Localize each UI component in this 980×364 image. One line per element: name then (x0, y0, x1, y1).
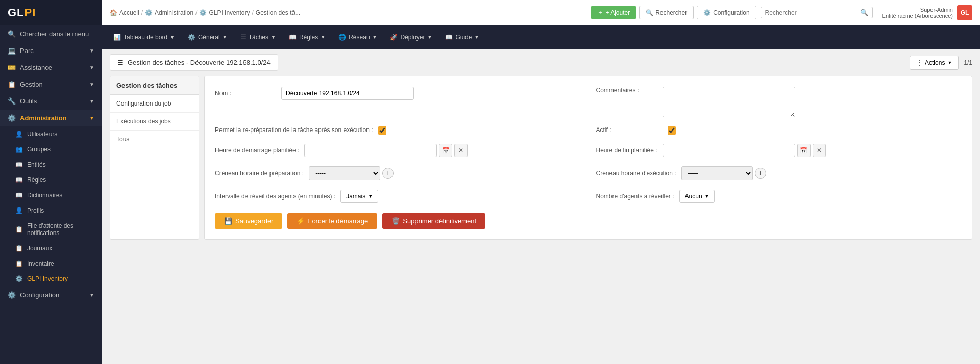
sidebar-item-journaux[interactable]: 📋 Journaux (0, 241, 102, 256)
sidebar-item-gestion[interactable]: 📋 Gestion ▼ (0, 76, 102, 93)
chevron-icon: ▼ (170, 35, 175, 40)
actif-checkbox[interactable] (668, 126, 676, 135)
nom-input[interactable] (281, 87, 414, 100)
nav-general[interactable]: ⚙️ Général ▼ (182, 30, 233, 45)
sidebar-item-groupes[interactable]: 👥 Groupes (0, 142, 102, 157)
user-name: Super-Admin (882, 7, 953, 13)
sidebar-item-search[interactable]: 🔍 Chercher dans le menu (0, 25, 102, 42)
heure-fin-input[interactable] (663, 144, 795, 157)
calendar-btn-end[interactable]: 📅 (797, 144, 811, 157)
sidebar-sub-queue-label: File d'attente des notifications (27, 222, 94, 237)
topbar-actions: ＋ + Ajouter 🔍 Rechercher ⚙️ Configuratio… (591, 6, 756, 19)
breadcrumb-admin[interactable]: Administration (155, 9, 193, 16)
rules-icon: 📖 (289, 34, 297, 41)
topbar: 🏠 Accueil / ⚙️ Administration / ⚙️ GLPI … (102, 0, 980, 25)
sidebar-item-file-attente[interactable]: 📋 File d'attente des notifications (0, 218, 102, 241)
nav-deployer[interactable]: 🚀 Déployer ▼ (384, 30, 438, 45)
glpi-inv-icon: ⚙️ (15, 275, 23, 282)
info-btn-exec[interactable]: i (755, 168, 766, 179)
inv-icon: 📋 (15, 260, 23, 267)
sidebar-item-profils[interactable]: 👤 Profils (0, 203, 102, 218)
nb-agents-dropdown[interactable]: Aucun ▼ (679, 190, 715, 203)
form-panel: Nom : Commentaires : Permet la re-prépar… (204, 76, 972, 240)
reprep-label: Permet la re-préparation de la tâche apr… (215, 126, 373, 134)
sidebar-item-configuration[interactable]: ⚙️ Configuration ▼ (0, 287, 102, 303)
left-nav-header: Gestion des tâches (110, 76, 199, 95)
left-nav-config-job[interactable]: Configuration du job (110, 95, 199, 113)
calendar-btn-start[interactable]: 📅 (439, 144, 452, 157)
dashboard-icon: 📊 (113, 34, 121, 41)
sidebar-item-utilisateurs[interactable]: 👤 Utilisateurs (0, 126, 102, 142)
creneau-exec-select[interactable]: ----- (681, 166, 753, 180)
dict-icon: 📖 (15, 192, 23, 199)
clear-btn-start[interactable]: ✕ (454, 144, 468, 157)
creneau-prep-controls: ----- i (309, 166, 394, 180)
nav-reseau[interactable]: 🌐 Réseau ▼ (332, 30, 383, 45)
heure-demarrage-label: Heure de démarrage planifiée : (215, 147, 299, 154)
page-title-bar: ☰ Gestion des tâches - Découverte 192.16… (110, 54, 278, 71)
avatar[interactable]: GL (957, 5, 972, 20)
form-group-commentaires: Commentaires : (596, 87, 962, 117)
add-button[interactable]: ＋ + Ajouter (591, 6, 636, 19)
sidebar-item-administration[interactable]: ⚙️ Administration ▼ (0, 110, 102, 126)
form-row-reprep: Permet la re-préparation de la tâche apr… (215, 126, 962, 135)
search-button[interactable]: 🔍 Rechercher (639, 6, 694, 19)
mag-icon: 🔍 (646, 9, 653, 16)
computer-icon: 💻 (8, 47, 16, 55)
reprep-checkbox[interactable] (378, 126, 386, 135)
nav-taches[interactable]: ☰ Tâches ▼ (234, 30, 282, 45)
form-group-reprep: Permet la re-préparation de la tâche apr… (215, 126, 581, 135)
chevron-icon: ▼ (373, 35, 377, 40)
chevron-down-icon: ▼ (89, 115, 94, 121)
sidebar-item-parc[interactable]: 💻 Parc ▼ (0, 42, 102, 59)
sidebar-item-assistance-label: Assistance (20, 64, 52, 71)
chevron-icon: ▼ (474, 35, 479, 40)
info-btn-prep[interactable]: i (382, 168, 394, 179)
sidebar-item-glpi-inventory[interactable]: ⚙️ GLPI Inventory (0, 271, 102, 287)
home-icon: 🏠 (110, 9, 117, 16)
actions-button[interactable]: ⋮ Actions ▼ (910, 56, 959, 70)
creneau-exec-controls: ----- i (681, 166, 766, 180)
force-button[interactable]: ⚡ Forcer le démarrage (287, 213, 377, 229)
sidebar-item-assistance[interactable]: 🎫 Assistance ▼ (0, 59, 102, 76)
breadcrumb-accueil[interactable]: Accueil (119, 9, 139, 16)
nav-tableau-de-bord[interactable]: 📊 Tableau de bord ▼ (107, 30, 181, 45)
list-icon: ☰ (117, 59, 124, 66)
glpi-bc-icon: ⚙️ (199, 9, 207, 16)
sidebar-item-search-label: Chercher dans le menu (20, 30, 89, 38)
save-button[interactable]: 💾 Sauvegarder (215, 213, 282, 229)
heure-demarrage-input[interactable] (304, 144, 437, 157)
commentaires-input[interactable] (663, 87, 795, 117)
general-icon: ⚙️ (188, 34, 195, 41)
navmenu: 📊 Tableau de bord ▼ ⚙️ Général ▼ ☰ Tâche… (102, 25, 980, 49)
form-group-nb-agents: Nombre d'agents à réveiller : Aucun ▼ (596, 190, 962, 203)
gear-icon: ⚙️ (703, 9, 711, 16)
sidebar-sub-entites-label: Entités (27, 161, 46, 168)
config-button[interactable]: ⚙️ Configuration (697, 6, 756, 19)
sidebar-item-entites[interactable]: 📖 Entités (0, 157, 102, 172)
form-group-actif: Actif : (596, 126, 962, 135)
force-label: Forcer le démarrage (308, 217, 368, 225)
sidebar-item-inventaire[interactable]: 📋 Inventaire (0, 256, 102, 271)
sidebar: GLPI 🔍 Chercher dans le menu 💻 Parc ▼ 🎫 … (0, 0, 102, 364)
user-info: Super-Admin Entité racine (Arborescence) (882, 7, 953, 19)
nom-label: Nom : (215, 90, 276, 97)
intervalle-dropdown[interactable]: Jamais ▼ (340, 190, 378, 203)
sidebar-item-dictionnaires[interactable]: 📖 Dictionnaires (0, 188, 102, 203)
creneau-prep-select[interactable]: ----- (309, 166, 380, 180)
left-nav-tous[interactable]: Tous (110, 131, 199, 148)
global-search-box[interactable]: 🔍 (761, 7, 873, 18)
sidebar-item-outils[interactable]: 🔧 Outils ▼ (0, 93, 102, 110)
sidebar-item-outils-label: Outils (20, 97, 37, 105)
nav-guide[interactable]: 📖 Guide ▼ (439, 30, 485, 45)
delete-button[interactable]: 🗑️ Supprimer définitivement (382, 213, 485, 229)
nav-regles[interactable]: 📖 Règles ▼ (283, 30, 331, 45)
page-header: ☰ Gestion des tâches - Découverte 192.16… (110, 54, 972, 71)
clear-btn-end[interactable]: ✕ (813, 144, 826, 157)
breadcrumb-gestion[interactable]: Gestion des tâ... (256, 9, 300, 16)
breadcrumb-glpi-inv[interactable]: GLPI Inventory (209, 9, 250, 16)
chevron-icon: ▼ (89, 48, 94, 54)
search-input[interactable] (765, 9, 860, 16)
sidebar-item-regles[interactable]: 📖 Règles (0, 172, 102, 188)
left-nav-executions[interactable]: Exécutions des jobs (110, 113, 199, 131)
